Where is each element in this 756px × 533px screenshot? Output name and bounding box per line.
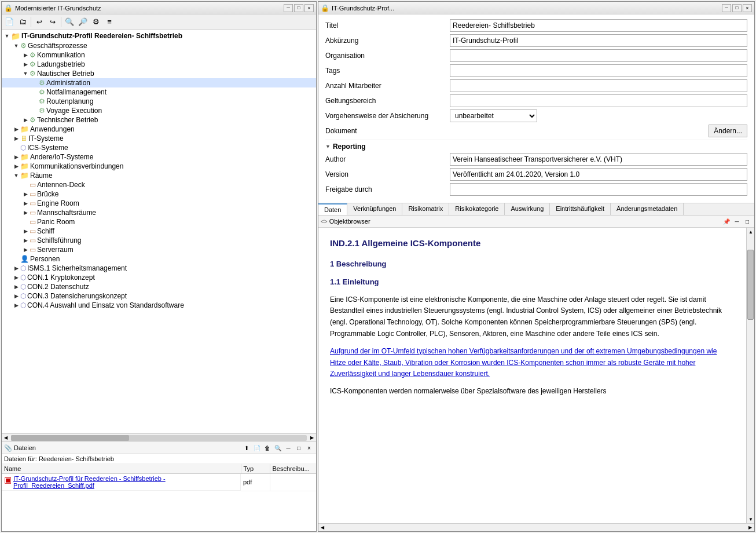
expander[interactable]: ▼ [21, 71, 30, 76]
tab-auswirkung[interactable]: Auswirkung [505, 203, 550, 215]
list-item[interactable]: ▶ ⬡ CON.3 Datensicherungskonzept [2, 291, 316, 301]
obj-browser-hscrollbar[interactable]: ◀ ▶ [318, 523, 754, 531]
tags-input[interactable] [450, 64, 747, 77]
list-item[interactable]: ▶ ▭ Serverraum [2, 245, 316, 254]
author-input[interactable] [450, 153, 747, 166]
hscroll-left-button[interactable]: ◀ [318, 524, 326, 532]
list-item[interactable]: ▶ 🖥 IT-Systeme [2, 134, 316, 143]
root-expander[interactable]: ▼ [3, 33, 11, 39]
scroll-left-button[interactable]: ◀ [2, 434, 10, 442]
list-item[interactable]: ⬡ ICS-Systeme [2, 143, 316, 152]
list-item[interactable]: ▶ 📁 Anwendungen [2, 125, 316, 134]
form-minimize-button[interactable]: ─ [722, 4, 731, 12]
obj-browser-vscrollbar[interactable]: ▲ ▼ [746, 228, 754, 523]
list-item[interactable]: ⚙ Administration [2, 78, 316, 87]
list-item[interactable]: ▶ ▭ Schiffsführung [2, 236, 316, 245]
left-minimize-button[interactable]: ─ [284, 4, 293, 12]
expander[interactable]: ▶ [21, 117, 30, 123]
files-btn-4[interactable]: 🔍 [273, 443, 282, 452]
expander[interactable]: ▶ [12, 293, 20, 299]
files-btn-3[interactable]: 🗑 [263, 443, 272, 452]
files-close[interactable]: × [304, 443, 314, 452]
tab-risikomatrix[interactable]: Risikomatrix [402, 203, 449, 215]
anzahl-input[interactable] [450, 79, 747, 92]
obj-browser-pin-button[interactable]: 📌 [722, 217, 731, 226]
more-button[interactable]: ≡ [103, 16, 116, 28]
tab-verknuepfungen[interactable]: Verknüpfungen [347, 203, 402, 215]
list-item[interactable]: ▼ 📁 Räume [2, 171, 316, 180]
list-item[interactable]: ▼ ⚙ Nautischer Betrieb [2, 69, 316, 78]
organisation-input[interactable] [450, 49, 747, 62]
filter-button[interactable]: ⚙ [90, 16, 102, 28]
form-close-button[interactable]: × [743, 4, 752, 12]
list-item[interactable]: ▼ ⚙ Geschäftsprozesse [2, 41, 316, 50]
list-item[interactable]: ⚙ Notfallmanagement [2, 87, 316, 97]
obj-browser-maximize[interactable]: □ [743, 217, 752, 226]
scroll-right-button[interactable]: ▶ [308, 434, 316, 442]
expander[interactable]: ▶ [21, 61, 30, 67]
list-item[interactable]: ▶ ⚙ Technischer Betrieb [2, 115, 316, 125]
tree-root-item[interactable]: ▼ 📁 IT-Grundschutz-Profil Reedereien- Sc… [2, 31, 316, 41]
expander[interactable]: ▶ [12, 284, 20, 290]
expander[interactable]: ▶ [21, 228, 30, 234]
expander[interactable]: ▼ [12, 173, 20, 178]
zoom-in-button[interactable]: 🔍 [63, 16, 76, 28]
list-item[interactable]: ▶ ▭ Engine Room [2, 199, 316, 208]
expander[interactable]: ▶ [12, 265, 20, 271]
undo-button[interactable]: ↩ [33, 16, 46, 28]
list-item[interactable]: ▭ Panic Room [2, 217, 316, 227]
expander[interactable]: ▶ [21, 210, 30, 216]
expander[interactable]: ▶ [21, 191, 30, 197]
tree-expand-button[interactable]: 🗂 [16, 16, 29, 28]
list-item[interactable]: ▶ ⬡ ISMS.1 Sicherheitsmanagement [2, 264, 316, 273]
expander[interactable]: ▶ [21, 238, 30, 243]
expander[interactable]: ▶ [12, 275, 20, 280]
obj-browser-minimize[interactable]: ─ [732, 217, 742, 226]
list-item[interactable]: ▶ ⚙ Ladungsbetrieb [2, 60, 316, 69]
new-button[interactable]: 📄 [3, 16, 16, 28]
left-maximize-button[interactable]: □ [294, 4, 303, 12]
expander[interactable]: ▼ [12, 43, 20, 49]
list-item[interactable]: ⚙ Voyage Execution [2, 106, 316, 115]
scroll-up-button[interactable]: ▲ [747, 228, 754, 236]
list-item[interactable]: ▶ ▭ Schiff [2, 227, 316, 236]
scroll-thumb[interactable] [747, 250, 754, 320]
list-item[interactable]: ⚙ Routenplanung [2, 97, 316, 106]
expander[interactable]: ▶ [21, 200, 30, 206]
tab-eintrittshaeufigkeit[interactable]: Eintrittshäufigkeit [550, 203, 611, 215]
scroll-down-button[interactable]: ▼ [747, 515, 754, 523]
tab-aenderungsmetadaten[interactable]: Änderungsmetadaten [611, 203, 684, 215]
tree-scroll-area[interactable]: ▼ 📁 IT-Grundschutz-Profil Reedereien- Sc… [2, 30, 316, 433]
tab-daten[interactable]: Daten [318, 203, 347, 215]
list-item[interactable]: ▶ 📁 Kommunikationsverbindungen [2, 162, 316, 171]
tab-risikokategorie[interactable]: Risikokategorie [449, 203, 505, 215]
list-item[interactable]: 👤 Personen [2, 254, 316, 264]
expander[interactable]: ▶ [12, 126, 20, 132]
list-item[interactable]: ▶ ▭ Brücke [2, 189, 316, 199]
list-item[interactable]: ▶ 📁 Andere/IoT-Systeme [2, 152, 316, 162]
reporting-section-header[interactable]: ▼ Reporting [325, 140, 747, 153]
list-item[interactable]: ▶ ⬡ CON.1 Kryptokonzept [2, 273, 316, 282]
scroll-track[interactable] [747, 236, 754, 515]
list-item[interactable]: ▶ ⬡ CON.2 Datenschutz [2, 282, 316, 291]
tree-hscrollbar[interactable]: ◀ ▶ [2, 433, 316, 441]
expander[interactable]: ▶ [12, 163, 20, 169]
abkuerzung-input[interactable] [450, 34, 747, 47]
aendern-button[interactable]: Ändern... [709, 125, 747, 137]
expander[interactable]: ▶ [21, 52, 30, 58]
list-item[interactable]: ▭ Antennen-Deck [2, 180, 316, 189]
version-input[interactable] [450, 168, 747, 181]
expander[interactable]: ▶ [12, 154, 20, 160]
files-minimize[interactable]: ─ [284, 443, 293, 452]
expander[interactable]: ▶ [21, 247, 30, 253]
hscroll-right-button[interactable]: ▶ [746, 524, 754, 532]
files-btn-2[interactable]: 📄 [252, 443, 262, 452]
zoom-out-button[interactable]: 🔎 [76, 16, 89, 28]
files-btn-1[interactable]: ⬆ [242, 443, 251, 452]
titel-input[interactable] [450, 19, 747, 32]
form-maximize-button[interactable]: □ [732, 4, 742, 12]
expander[interactable]: ▶ [12, 136, 20, 141]
redo-button[interactable]: ↪ [46, 16, 59, 28]
list-item[interactable]: ▶ ⬡ CON.4 Auswahl und Einsatz von Standa… [2, 301, 316, 310]
list-item[interactable]: ▶ ⚙ Kommunikation [2, 50, 316, 60]
